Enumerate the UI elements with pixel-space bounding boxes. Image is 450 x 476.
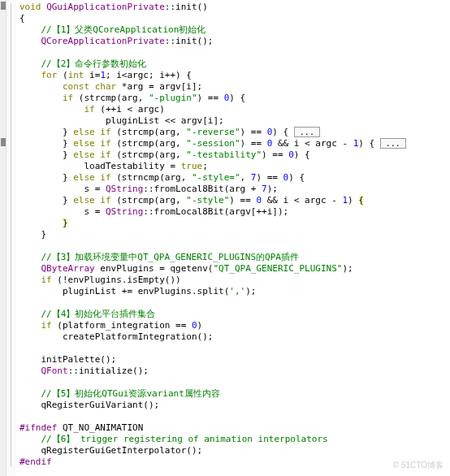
token: }: [41, 229, 47, 240]
code-line[interactable]: } else if (strcmp(arg, "-session") == 0 …: [19, 138, 447, 149]
token: *arg = argv[i];: [116, 81, 202, 92]
code-editor[interactable]: void QGuiApplicationPrivate::init(){ //【…: [0, 0, 450, 476]
code-line[interactable]: createPlatformIntegration();: [19, 331, 447, 343]
code-line[interactable]: initPalette();: [19, 354, 447, 366]
token: }: [63, 195, 73, 206]
token: ();: [186, 445, 202, 456]
code-line[interactable]: [19, 468, 447, 476]
code-line[interactable]: [19, 47, 447, 58]
token: }: [63, 172, 73, 183]
token: ();: [197, 331, 214, 342]
code-line[interactable]: void QGuiApplicationPrivate::init(): [19, 2, 447, 13]
token: initPalette: [41, 354, 101, 365]
token: (++i < argc): [95, 104, 165, 115]
code-line[interactable]: }: [19, 229, 447, 240]
code-line[interactable]: } else if (strcmp(arg, "-style") == 0 &&…: [19, 195, 447, 206]
token: QString: [106, 184, 143, 194]
token: ::: [68, 366, 79, 376]
token: strcmp: [122, 195, 154, 206]
token: "-style": [186, 195, 229, 206]
fold-ellipsis[interactable]: ...: [294, 127, 320, 137]
token: i=: [84, 70, 101, 80]
token: ): [197, 320, 203, 331]
code-line[interactable]: //【4】初始化平台插件集合: [19, 309, 447, 320]
code-line[interactable]: }: [19, 218, 447, 229]
token: (: [111, 149, 122, 160]
code-line[interactable]: } else if (strncmp(arg, "-style=", 7) ==…: [19, 172, 447, 184]
code-line[interactable]: #ifndef QT_NO_ANIMATION: [19, 422, 447, 434]
token: (arg,: [159, 172, 192, 183]
token: split: [197, 286, 224, 296]
token: true: [181, 161, 203, 171]
gutter: [0, 0, 6, 476]
fold-bar[interactable]: [6, 0, 16, 476]
token: (platform_integration ==: [52, 320, 192, 331]
token: ) ==: [240, 138, 267, 149]
code-line[interactable]: {: [19, 13, 447, 24]
token: (: [57, 70, 67, 80]
code-line[interactable]: for (int i=1; i<argc; i++) {: [19, 70, 447, 81]
token: ) {: [272, 127, 294, 137]
token: ();: [132, 366, 149, 376]
code-line[interactable]: pluginList += envPlugins.split(',');: [19, 286, 447, 297]
token: pluginList += envPlugins.: [63, 286, 197, 296]
fold-ellipsis[interactable]: ...: [380, 138, 406, 149]
token: //【6】 trigger registering of animation i…: [41, 434, 328, 444]
code-line[interactable]: //【5】初始化QTGui资源variant属性内容: [19, 388, 447, 400]
token: for: [41, 70, 58, 80]
code-line[interactable]: if (++i < argc): [19, 104, 447, 115]
code-line[interactable]: if (!envPlugins.isEmpty()): [19, 275, 447, 286]
code-line[interactable]: //【1】父类QCoreApplication初始化: [19, 24, 447, 36]
token: ',': [229, 286, 245, 296]
code-area[interactable]: void QGuiApplicationPrivate::init(){ //【…: [16, 0, 450, 476]
token: ) {: [358, 138, 380, 149]
token: ;: [202, 161, 208, 171]
code-line[interactable]: [19, 411, 447, 422]
token: s =: [84, 184, 106, 194]
token: ();: [143, 400, 159, 410]
code-line[interactable]: [19, 343, 447, 354]
token: loadTestability =: [84, 161, 180, 171]
code-line[interactable]: } else if (strcmp(arg, "-reverse") == 0)…: [19, 127, 447, 138]
code-line[interactable]: QFont::initialize();: [19, 366, 447, 377]
token: QFont: [41, 366, 68, 376]
token: }: [63, 218, 68, 228]
token: ::: [165, 2, 175, 12]
token: isEmpty: [127, 275, 164, 285]
code-line[interactable]: //【3】加载环境变量中QT_QPA_GENERIC_PLUGINS的QPA插件: [19, 252, 447, 263]
token: 1: [100, 70, 106, 80]
token: if: [100, 127, 110, 137]
code-line[interactable]: pluginList << argv[i];: [19, 115, 447, 127]
code-line[interactable]: if (platform_integration == 0): [19, 320, 447, 331]
code-line[interactable]: QCoreApplicationPrivate::init();: [19, 36, 447, 47]
code-line[interactable]: if (strcmp(arg, "-plugin") == 0) {: [19, 93, 447, 104]
code-line[interactable]: qRegisterGuiVariant();: [19, 400, 447, 411]
code-line[interactable]: #endif: [19, 457, 447, 468]
code-line[interactable]: [19, 297, 447, 309]
code-line[interactable]: [19, 377, 447, 388]
token: if: [84, 104, 94, 115]
token: ,: [240, 172, 251, 183]
code-line[interactable]: //【6】 trigger registering of animation i…: [19, 434, 447, 445]
token: qgetenv: [170, 263, 207, 274]
token: 0: [288, 149, 294, 160]
code-line[interactable]: [19, 240, 447, 252]
token: (: [73, 93, 84, 103]
token: createPlatformIntegration: [63, 331, 197, 342]
code-line[interactable]: } else if (strcmp(arg, "-testability") =…: [19, 149, 447, 161]
code-line[interactable]: const char *arg = argv[i];: [19, 81, 447, 93]
code-line[interactable]: loadTestability = true;: [19, 161, 447, 172]
token: strcmp: [122, 127, 154, 137]
token: (arg +: [224, 184, 262, 194]
token: (arg,: [154, 138, 187, 149]
code-line[interactable]: s = QString::fromLocal8Bit(arg + 7);: [19, 184, 447, 195]
code-line[interactable]: qRegisterGuiGetInterpolator();: [19, 445, 447, 457]
token: else: [73, 195, 95, 206]
token: ();: [197, 36, 214, 46]
code-line[interactable]: //【2】命令行参数初始化: [19, 58, 447, 70]
token: QString: [106, 206, 143, 217]
code-line[interactable]: s = QString::fromLocal8Bit(argv[++i]);: [19, 206, 447, 218]
token: else: [73, 138, 95, 149]
token: QByteArray: [41, 263, 95, 274]
code-line[interactable]: QByteArray envPlugins = qgetenv("QT_QPA_…: [19, 263, 447, 275]
